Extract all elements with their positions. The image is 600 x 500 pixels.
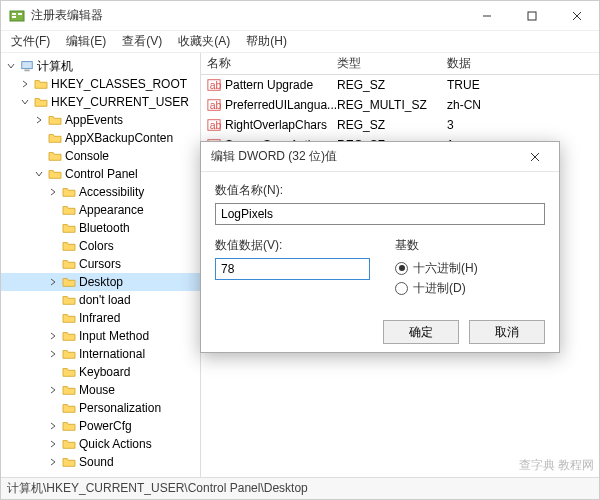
value-type: REG_MULTI_SZ <box>337 98 447 112</box>
expand-icon[interactable] <box>47 384 59 396</box>
ok-button[interactable]: 确定 <box>383 320 459 344</box>
tree-appearance[interactable]: Appearance <box>1 201 200 219</box>
svg-text:ab: ab <box>210 99 221 111</box>
tree-international[interactable]: International <box>1 345 200 363</box>
table-row[interactable]: abPattern UpgradeREG_SZTRUE <box>201 75 599 95</box>
value-name-label: 数值名称(N): <box>215 182 545 199</box>
expand-icon[interactable] <box>5 60 17 72</box>
menu-file[interactable]: 文件(F) <box>5 31 56 52</box>
col-type[interactable]: 类型 <box>337 55 447 72</box>
expand-icon[interactable] <box>47 186 59 198</box>
tree-label: Appearance <box>79 203 144 217</box>
expand-icon[interactable] <box>33 168 45 180</box>
tree-sound[interactable]: Sound <box>1 453 200 471</box>
col-data[interactable]: 数据 <box>447 55 599 72</box>
tree-powerCfg[interactable]: PowerCfg <box>1 417 200 435</box>
dialog-close-button[interactable] <box>521 143 549 171</box>
maximize-button[interactable] <box>509 1 554 31</box>
tree-infrared[interactable]: Infrared <box>1 309 200 327</box>
expand-icon[interactable] <box>47 294 59 306</box>
tree-desktop[interactable]: Desktop <box>1 273 200 291</box>
tree-label: Colors <box>79 239 114 253</box>
tree-controlpanel[interactable]: Control Panel <box>1 165 200 183</box>
menubar: 文件(F) 编辑(E) 查看(V) 收藏夹(A) 帮助(H) <box>1 31 599 53</box>
tree-label: Keyboard <box>79 365 130 379</box>
minimize-button[interactable] <box>464 1 509 31</box>
value-type: REG_SZ <box>337 118 447 132</box>
expand-icon[interactable] <box>47 240 59 252</box>
tree-label: Sound <box>79 455 114 469</box>
tree-label: Input Method <box>79 329 149 343</box>
menu-edit[interactable]: 编辑(E) <box>60 31 112 52</box>
close-button[interactable] <box>554 1 599 31</box>
tree-label: Mouse <box>79 383 115 397</box>
expand-icon[interactable] <box>47 420 59 432</box>
tree-dontLoad[interactable]: don't load <box>1 291 200 309</box>
tree-keyboard[interactable]: Keyboard <box>1 363 200 381</box>
tree-hkcr[interactable]: HKEY_CLASSES_ROOT <box>1 75 200 93</box>
tree-console[interactable]: Console <box>1 147 200 165</box>
tree-hkcu[interactable]: HKEY_CURRENT_USER <box>1 93 200 111</box>
tree-label: Accessibility <box>79 185 144 199</box>
expand-icon[interactable] <box>47 438 59 450</box>
tree-personalization[interactable]: Personalization <box>1 399 200 417</box>
value-name: RightOverlapChars <box>225 118 327 132</box>
expand-icon[interactable] <box>19 78 31 90</box>
menu-help[interactable]: 帮助(H) <box>240 31 293 52</box>
tree-bluetooth[interactable]: Bluetooth <box>1 219 200 237</box>
svg-rect-9 <box>24 70 29 72</box>
window-title: 注册表编辑器 <box>31 7 464 24</box>
tree-appevents[interactable]: AppEvents <box>1 111 200 129</box>
expand-icon[interactable] <box>47 222 59 234</box>
value-name-input[interactable] <box>215 203 545 225</box>
table-row[interactable]: abPreferredUILangua...REG_MULTI_SZzh-CN <box>201 95 599 115</box>
svg-rect-1 <box>12 13 16 15</box>
tree-cursors[interactable]: Cursors <box>1 255 200 273</box>
expand-icon[interactable] <box>33 132 45 144</box>
expand-icon[interactable] <box>47 366 59 378</box>
tree-colors[interactable]: Colors <box>1 237 200 255</box>
expand-icon[interactable] <box>47 276 59 288</box>
expand-icon[interactable] <box>33 114 45 126</box>
expand-icon[interactable] <box>47 456 59 468</box>
statusbar: 计算机\HKEY_CURRENT_USER\Control Panel\Desk… <box>1 477 599 499</box>
status-path: 计算机\HKEY_CURRENT_USER\Control Panel\Desk… <box>7 480 308 497</box>
expand-icon[interactable] <box>47 348 59 360</box>
value-data: TRUE <box>447 78 599 92</box>
tree-label: 计算机 <box>37 58 73 75</box>
tree-label: Desktop <box>79 275 123 289</box>
tree-computer[interactable]: 计算机 <box>1 57 200 75</box>
svg-rect-3 <box>18 13 22 15</box>
tree-appxbackup[interactable]: AppXBackupConten <box>1 129 200 147</box>
tree-accessibility[interactable]: Accessibility <box>1 183 200 201</box>
tree-label: HKEY_CURRENT_USER <box>51 95 189 109</box>
expand-icon[interactable] <box>47 402 59 414</box>
expand-icon[interactable] <box>47 312 59 324</box>
expand-icon[interactable] <box>19 96 31 108</box>
menu-view[interactable]: 查看(V) <box>116 31 168 52</box>
svg-text:ab: ab <box>210 119 221 131</box>
tree-mouse[interactable]: Mouse <box>1 381 200 399</box>
cancel-button[interactable]: 取消 <box>469 320 545 344</box>
radio-hex[interactable]: 十六进制(H) <box>395 258 545 278</box>
menu-favorites[interactable]: 收藏夹(A) <box>172 31 236 52</box>
expand-icon[interactable] <box>47 330 59 342</box>
tree-label: PowerCfg <box>79 419 132 433</box>
radio-dec[interactable]: 十进制(D) <box>395 278 545 298</box>
expand-icon[interactable] <box>47 258 59 270</box>
base-label: 基数 <box>395 237 545 254</box>
value-name: Pattern Upgrade <box>225 78 313 92</box>
value-data-input[interactable] <box>215 258 370 280</box>
svg-rect-5 <box>528 12 536 20</box>
expand-icon[interactable] <box>47 204 59 216</box>
expand-icon[interactable] <box>33 150 45 162</box>
tree-inputMethod[interactable]: Input Method <box>1 327 200 345</box>
value-type: REG_SZ <box>337 78 447 92</box>
svg-text:ab: ab <box>210 79 221 91</box>
tree-label: International <box>79 347 145 361</box>
tree-label: Personalization <box>79 401 161 415</box>
tree-pane[interactable]: 计算机HKEY_CLASSES_ROOTHKEY_CURRENT_USERApp… <box>1 53 201 477</box>
table-row[interactable]: abRightOverlapCharsREG_SZ3 <box>201 115 599 135</box>
col-name[interactable]: 名称 <box>207 55 337 72</box>
tree-quickActions[interactable]: Quick Actions <box>1 435 200 453</box>
